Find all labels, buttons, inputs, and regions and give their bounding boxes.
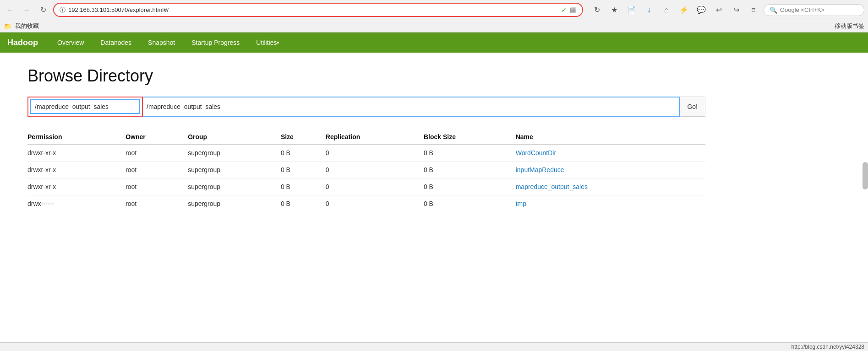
- redo-button[interactable]: ↪: [730, 4, 742, 16]
- folder-icon: 📁: [4, 22, 11, 30]
- owner-cell: root: [126, 145, 188, 162]
- path-input-section: Go!: [27, 97, 705, 117]
- group-cell: supergroup: [188, 162, 281, 178]
- permission-cell: drwxr-xr-x: [27, 178, 126, 195]
- col-group: Group: [188, 130, 281, 145]
- bookmarks-label[interactable]: 我的收藏: [15, 22, 39, 30]
- hadoop-nav: Hadoop Overview Datanodes Snapshot Start…: [0, 32, 868, 53]
- shield-icon: ✓: [561, 6, 567, 14]
- forward-button[interactable]: →: [20, 4, 33, 16]
- owner-cell: root: [126, 195, 188, 212]
- table-row: drwx------rootsupergroup0 B00 Btmp: [27, 195, 705, 212]
- chat-button[interactable]: 💬: [695, 4, 708, 16]
- hadoop-logo: Hadoop: [7, 38, 45, 48]
- permission-cell: drwxr-xr-x: [27, 162, 126, 178]
- size-cell: 0 B: [281, 145, 326, 162]
- table-row: drwxr-xr-xrootsupergroup0 B00 BinputMapR…: [27, 162, 705, 178]
- table-row: drwxr-xr-xrootsupergroup0 B00 Bmapreduce…: [27, 178, 705, 195]
- undo-button[interactable]: ↩: [712, 4, 725, 16]
- size-cell: 0 B: [281, 178, 326, 195]
- nav-snapshot[interactable]: Snapshot: [140, 32, 183, 53]
- path-input-full[interactable]: [143, 97, 680, 117]
- replication-cell: 0: [326, 178, 424, 195]
- browser-chrome: ← → ↻ ⓘ ✓ ▦ ↻ ★ 📄 ↓ ⌂ ⚡ 💬 ↩ ↪ ≡ 🔍: [0, 0, 868, 32]
- star-button[interactable]: ★: [608, 4, 621, 16]
- bookmarks-bar: 📁 我的收藏 移动版书签: [0, 20, 868, 32]
- col-permission: Permission: [27, 130, 126, 145]
- reload-page-button[interactable]: ↻: [590, 4, 603, 16]
- name-cell[interactable]: WordCountDir: [516, 145, 705, 162]
- qr-icon[interactable]: ▦: [570, 5, 577, 14]
- col-size: Size: [281, 130, 326, 145]
- replication-cell: 0: [326, 195, 424, 212]
- address-bar-container: ⓘ ✓ ▦: [53, 3, 583, 17]
- col-replication: Replication: [326, 130, 424, 145]
- extensions-button[interactable]: ⚡: [677, 4, 690, 16]
- replication-cell: 0: [326, 145, 424, 162]
- go-button[interactable]: Go!: [680, 97, 705, 117]
- name-cell[interactable]: inputMapReduce: [516, 162, 705, 178]
- path-input[interactable]: [30, 99, 140, 114]
- block-size-cell: 0 B: [424, 145, 516, 162]
- replication-cell: 0: [326, 162, 424, 178]
- address-bar[interactable]: [68, 6, 558, 13]
- block-size-cell: 0 B: [424, 178, 516, 195]
- search-icon: 🔍: [770, 6, 777, 14]
- menu-button[interactable]: ≡: [747, 4, 760, 16]
- info-icon: ⓘ: [60, 6, 66, 14]
- main-content: Browse Directory Go! Permission Owner Gr…: [0, 53, 733, 226]
- search-bar-container: 🔍: [764, 4, 864, 16]
- group-cell: supergroup: [188, 178, 281, 195]
- directory-table: Permission Owner Group Size Replication …: [27, 130, 705, 212]
- path-input-wrapper: [27, 97, 143, 117]
- nav-startup-progress[interactable]: Startup Progress: [183, 32, 248, 53]
- table-row: drwxr-xr-xrootsupergroup0 B00 BWordCount…: [27, 145, 705, 162]
- table-header-row: Permission Owner Group Size Replication …: [27, 130, 705, 145]
- block-size-cell: 0 B: [424, 162, 516, 178]
- scrollbar-thumb[interactable]: [863, 162, 868, 189]
- group-cell: supergroup: [188, 145, 281, 162]
- nav-datanodes[interactable]: Datanodes: [92, 32, 140, 53]
- nav-utilities[interactable]: Utilities: [248, 32, 288, 53]
- owner-cell: root: [126, 162, 188, 178]
- home-button[interactable]: ⌂: [660, 4, 673, 16]
- permission-cell: drwxr-xr-x: [27, 145, 126, 162]
- mobile-bookmarks-label: 移动版书签: [835, 22, 864, 30]
- browser-toolbar: ← → ↻ ⓘ ✓ ▦ ↻ ★ 📄 ↓ ⌂ ⚡ 💬 ↩ ↪ ≡ 🔍: [0, 0, 868, 20]
- save-button[interactable]: 📄: [625, 4, 638, 16]
- block-size-cell: 0 B: [424, 195, 516, 212]
- back-button[interactable]: ←: [4, 4, 16, 16]
- col-block-size: Block Size: [424, 130, 516, 145]
- name-cell[interactable]: tmp: [516, 195, 705, 212]
- col-owner: Owner: [126, 130, 188, 145]
- name-cell[interactable]: mapreduce_output_sales: [516, 178, 705, 195]
- group-cell: supergroup: [188, 195, 281, 212]
- owner-cell: root: [126, 178, 188, 195]
- browser-actions: ↻ ★ 📄 ↓ ⌂ ⚡ 💬 ↩ ↪ ≡: [590, 4, 760, 16]
- col-name: Name: [516, 130, 705, 145]
- page-title: Browse Directory: [27, 66, 705, 86]
- search-input[interactable]: [780, 6, 858, 13]
- permission-cell: drwx------: [27, 195, 126, 212]
- download-button[interactable]: ↓: [643, 4, 655, 16]
- size-cell: 0 B: [281, 195, 326, 212]
- nav-overview[interactable]: Overview: [49, 32, 92, 53]
- reload-button[interactable]: ↻: [37, 4, 49, 16]
- size-cell: 0 B: [281, 162, 326, 178]
